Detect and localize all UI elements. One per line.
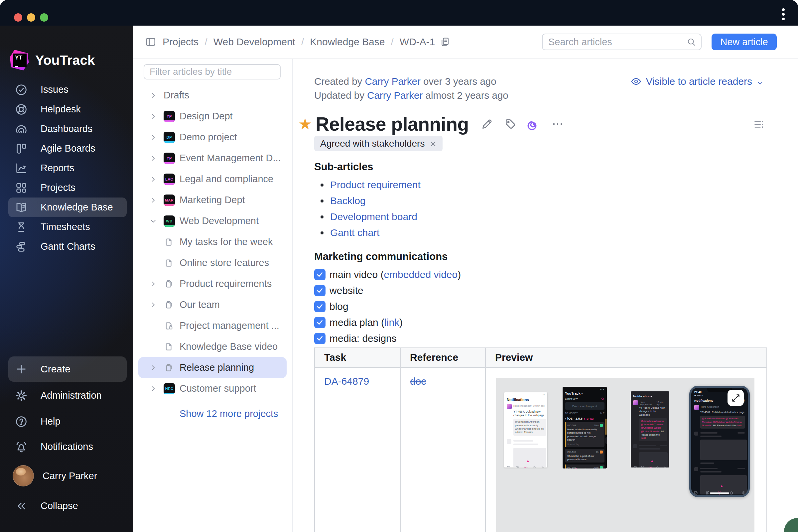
subarticle-link[interactable]: Development board (330, 211, 417, 223)
article-content: Created by Carry Parker over 3 years ago… (293, 59, 798, 532)
checklist-link[interactable]: embedded video (384, 269, 457, 280)
show-more-projects-link[interactable]: Show 12 more projects (179, 408, 278, 419)
sidebar-item-timesheets[interactable]: Timesheets (0, 217, 133, 237)
chevron-right-icon[interactable] (149, 133, 158, 141)
chevron-right-icon[interactable] (149, 280, 158, 288)
app-logo[interactable]: YT YouTrack (9, 50, 95, 71)
tree-item[interactable]: Knowledge Base video (133, 336, 292, 357)
chevron-right-icon[interactable] (149, 196, 158, 205)
subarticle-link[interactable]: Product requirement (330, 179, 421, 191)
updated-by-user-link[interactable]: Carry Parker (367, 90, 423, 101)
issues-icon (15, 83, 28, 96)
sidebar-item-notifications[interactable]: Notifications (0, 437, 133, 457)
checklist-label: website (329, 285, 363, 296)
sidebar-item-gantt-charts[interactable]: Gantt Charts (0, 237, 133, 256)
tree-item[interactable]: MARMarketing Dept (133, 190, 292, 210)
visibility-dropdown[interactable]: Visible to article readers (630, 76, 764, 87)
checkbox-checked[interactable] (314, 301, 325, 312)
articles-icon (164, 363, 179, 373)
task-link[interactable]: DA-64879 (324, 376, 369, 387)
created-by-user-link[interactable]: Carry Parker (365, 76, 421, 87)
chevron-down-icon[interactable] (149, 217, 158, 225)
star-icon[interactable]: ★ (298, 116, 316, 132)
more-actions-icon[interactable] (551, 118, 564, 130)
tree-item[interactable]: Drafts (133, 85, 292, 106)
sidebar-item-dashboards[interactable]: Dashboards (0, 119, 133, 139)
tree-item[interactable]: My tasks for the week (133, 231, 292, 252)
search-icon[interactable] (686, 37, 696, 47)
sidebar-item-agile-boards[interactable]: Agile Boards (0, 139, 133, 158)
edit-icon[interactable] (481, 118, 493, 130)
breadcrumb-item[interactable]: Web Development (213, 36, 295, 48)
user-name: Carry Parker (42, 471, 97, 481)
sidebar-item-reports[interactable]: Reports (0, 158, 133, 178)
reports-icon (15, 162, 28, 175)
tree-item[interactable]: YPEvent Management D... (133, 148, 292, 169)
task-cell: DA-64879 (315, 368, 401, 532)
close-window-button[interactable] (14, 13, 22, 22)
filter-articles-input[interactable] (144, 66, 280, 77)
breadcrumb-item[interactable]: Projects (163, 36, 198, 48)
chevron-right-icon[interactable] (149, 384, 158, 393)
sidebar-item-knowledge-base[interactable]: Knowledge Base (8, 197, 127, 217)
expand-preview-button[interactable] (727, 390, 744, 406)
chevron-right-icon[interactable] (149, 154, 158, 163)
window-menu-kebab-icon[interactable] (780, 7, 787, 22)
reference-cell: doc (401, 368, 486, 532)
ai-assistant-icon[interactable] (527, 117, 540, 131)
checkbox-checked[interactable] (314, 269, 325, 280)
tree-item[interactable]: Product requirements (133, 273, 292, 294)
tree-item[interactable]: HECCustomer support (133, 378, 292, 399)
breadcrumb-item[interactable]: Knowledge Base (310, 36, 385, 48)
zoom-window-button[interactable] (40, 13, 48, 22)
tree-item[interactable]: Release planning (138, 357, 287, 378)
checklist-link[interactable]: link (384, 317, 399, 328)
breadcrumb-item[interactable]: WD-A-1 (400, 36, 435, 48)
copy-id-icon[interactable] (440, 37, 450, 47)
search-input[interactable] (543, 37, 686, 48)
tree-item[interactable]: Project management ... (133, 315, 292, 336)
sidebar-item-help[interactable]: Help (0, 412, 133, 431)
minimize-window-button[interactable] (27, 13, 35, 22)
user-profile[interactable]: Carry Parker (0, 465, 133, 487)
tree-item[interactable]: WDWeb Development (133, 210, 292, 231)
tree-item-label: Knowledge Base video (179, 341, 278, 352)
tag-pill[interactable]: Agreed with stakeholders (314, 136, 442, 151)
plus-icon (15, 362, 28, 376)
table-of-contents-icon[interactable] (753, 118, 766, 131)
tree-item[interactable]: Online store features (133, 252, 292, 273)
breadcrumb-separator: / (301, 36, 304, 48)
new-article-button[interactable]: New article (711, 34, 777, 50)
tree-item[interactable]: DPDemo project (133, 127, 292, 148)
chevron-right-icon[interactable] (149, 175, 158, 184)
checkbox-checked[interactable] (314, 285, 325, 296)
sidebar-item-administration[interactable]: Administration (0, 386, 133, 405)
sidebar-item-label: Agile Boards (41, 143, 95, 154)
remove-tag-icon[interactable] (429, 140, 437, 148)
chevron-right-icon[interactable] (149, 301, 158, 309)
panel-toggle-icon[interactable] (145, 36, 157, 48)
bullet-dot (321, 215, 324, 218)
reference-link[interactable]: doc (410, 376, 426, 387)
help-icon (15, 415, 28, 428)
subarticle-link[interactable]: Backlog (330, 195, 366, 207)
checkbox-checked[interactable] (314, 317, 325, 328)
chevron-right-icon[interactable] (149, 91, 158, 100)
checkbox-checked[interactable] (314, 333, 325, 344)
chevron-right-icon[interactable] (149, 363, 158, 372)
collapse-sidebar-button[interactable]: Collapse (0, 496, 133, 516)
chevron-right-icon[interactable] (149, 112, 158, 121)
tree-item[interactable]: LACLegal and compliance (133, 169, 292, 190)
create-button[interactable]: Create (8, 357, 127, 382)
tag-icon[interactable] (504, 118, 517, 130)
tree-item[interactable]: YPDesign Dept (133, 106, 292, 127)
sidebar-item-issues[interactable]: Issues (0, 80, 133, 99)
sidebar-item-helpdesk[interactable]: Helpdesk (0, 99, 133, 119)
project-badge: WD (164, 215, 175, 227)
subarticle-link[interactable]: Gantt chart (330, 227, 379, 239)
tree-item[interactable]: Our team (133, 294, 292, 315)
tree-item-label: Web Development (179, 215, 259, 226)
sidebar-item-projects[interactable]: Projects (0, 178, 133, 197)
tree-item-label: Online store features (179, 258, 269, 268)
chevron-slot (149, 301, 164, 309)
